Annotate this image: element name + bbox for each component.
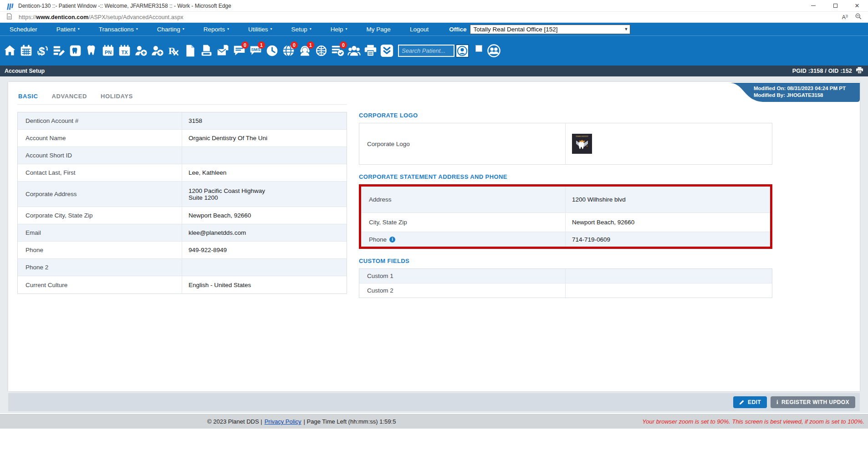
page-time-left: | Page Time Left (hh:mm:ss) 1:59:5 [304,418,396,425]
nav-item-patient[interactable]: Patient▾ [47,26,89,33]
support-icon[interactable]: 1 [298,43,311,59]
progress-notes-icon[interactable]: PN [101,43,115,59]
close-button[interactable]: ✕ [846,0,868,11]
office-label: Office [438,26,470,33]
chevron-down-icon: ▾ [227,27,229,31]
chevron-down-icon: ▾ [78,27,80,31]
nav-item-logout[interactable]: Logout [400,26,438,33]
footer: © 2023 Planet DDS | Privacy Policy | Pag… [0,414,868,429]
minimize-button[interactable] [802,0,824,11]
info-icon[interactable]: i [389,237,395,243]
group-search-icon[interactable] [486,44,501,58]
perio-chart-icon[interactable] [85,43,98,59]
privacy-policy-link[interactable]: Privacy Policy [265,418,301,425]
add-guarantor-icon[interactable] [150,43,164,59]
nav-item-scheduler[interactable]: Scheduler [0,26,47,33]
window-title: Denticon-130 ::- Patient Window -:: Welc… [18,3,231,9]
print-queue-icon[interactable] [199,43,213,59]
modified-by: Modified By: JHOGATE3158 [754,92,846,99]
row-value: Newport Beach, 92660 [566,213,770,232]
row-label: City, State Zip [369,219,407,226]
browser-window: Denticon-130 ::- Patient Window -:: Welc… [0,0,868,470]
schedule-icon[interactable] [19,43,33,59]
nav-item-charting[interactable]: Charting▾ [148,26,194,33]
table-row: Address1200 Wilhshire blvd [361,187,770,213]
nav-item-setup[interactable]: Setup▾ [282,26,321,33]
row-label: Custom 2 [367,287,393,294]
register-with-updox-button[interactable]: i REGISTER WITH UPDOX [771,396,855,408]
task-list-icon[interactable]: 0 [331,43,344,59]
row-label: Email [26,229,41,236]
notification-badge: 0 [241,41,249,49]
time-clock-icon[interactable] [265,43,279,59]
corporate-logo-label: Corporate Logo [359,123,566,164]
nav-item-utilities[interactable]: Utilities▾ [239,26,282,33]
sms-icon[interactable]: SMS1 [249,43,262,59]
search-option-checkbox[interactable] [475,45,482,52]
fax-icon[interactable] [216,43,230,59]
row-value: 949-922-8949 [182,242,347,258]
row-label: Corporate City, State Zip [26,212,93,219]
nav-item-reports[interactable]: Reports▾ [194,26,239,33]
table-row: Denticon Account #3158 [18,112,347,130]
custom-fields-table: Custom 1Custom 2 [359,268,772,298]
statement-highlight-box: Address1200 Wilhshire blvdCity, State Zi… [359,184,772,249]
notification-badge: 1 [258,41,265,49]
tab-holidays[interactable]: HOLIDAYS [101,93,133,100]
pencil-icon [739,399,745,405]
patient-search-button[interactable] [455,44,469,58]
messages-icon[interactable]: 0 [232,43,246,59]
zoom-out-icon[interactable] [855,13,862,21]
documents-icon[interactable] [183,43,197,59]
network-icon[interactable] [314,43,328,59]
page-bottom-space [0,429,868,470]
modified-on: Modified On: 08/31/2023 04:24 PM PT [754,85,846,92]
read-aloud-icon[interactable]: A)) [842,14,848,20]
notification-badge: 0 [340,41,347,49]
account-info-table: Denticon Account #3158Account NameOrgani… [17,112,347,294]
nav-item-my-page[interactable]: My Page [357,26,400,33]
treatment-plans-icon[interactable]: TX [117,43,131,59]
account-setup-bar: Account Setup PGID :3158 / OID :152 [0,66,868,76]
chart-notes-icon[interactable] [52,43,66,59]
row-value: Newport Beach, 92660 [182,207,347,224]
notification-badge: 1 [307,41,314,49]
modified-ribbon: Modified On: 08/31/2023 04:24 PM PT Modi… [721,83,860,102]
row-label: Phone [369,236,387,243]
edit-button[interactable]: EDIT [733,396,767,408]
nav-item-transactions[interactable]: Transactions▾ [89,26,148,33]
chevron-down-icon: ▾ [310,27,311,31]
action-bar: EDIT i REGISTER WITH UPDOX [8,393,860,411]
toolbar-expand-icon[interactable] [380,43,393,59]
print-page-icon[interactable] [856,67,863,75]
table-row: City, State ZipNewport Beach, 92660 [361,213,770,232]
row-label: Denticon Account # [26,117,78,124]
site-info-icon[interactable] [6,13,12,21]
maximize-button[interactable] [824,0,846,11]
row-label: Address [369,196,392,203]
online-requests-icon[interactable]: 0 [281,43,295,59]
payments-icon[interactable]: $ [36,43,49,59]
statement-heading: CORPORATE STATEMENT ADDRESS AND PHONE [359,173,772,180]
row-label: Phone 2 [26,264,48,271]
search-patient-input[interactable] [398,45,454,57]
table-row: Corporate City, State ZipNewport Beach, … [18,207,347,224]
title-bar: Denticon-130 ::- Patient Window -:: Welc… [0,0,868,12]
row-value: Lee, Kathleen [182,164,347,181]
add-patient-icon[interactable] [134,43,148,59]
url-bar[interactable]: https://www.denticon.com/ASPX/setup/Adva… [0,12,868,23]
home-icon[interactable] [3,43,16,59]
chevron-down-icon: ▼ [624,27,628,31]
patient-group-icon[interactable] [347,43,361,59]
table-row: Custom 2 [359,283,772,298]
restorative-chart-icon[interactable] [68,43,82,59]
address-url[interactable]: https://www.denticon.com/ASPX/setup/Adva… [19,14,184,20]
tab-advanced[interactable]: ADVANCED [51,93,87,100]
office-select[interactable]: Totally Real Dental Office [152] ▼ [470,25,630,34]
prescriptions-icon[interactable]: R [167,43,180,59]
office-select-value: Totally Real Dental Office [152] [473,26,557,33]
notification-badge: 0 [291,41,298,49]
nav-item-help[interactable]: Help▾ [321,26,357,33]
tab-basic[interactable]: BASIC [18,93,38,100]
print-icon[interactable] [363,43,377,59]
